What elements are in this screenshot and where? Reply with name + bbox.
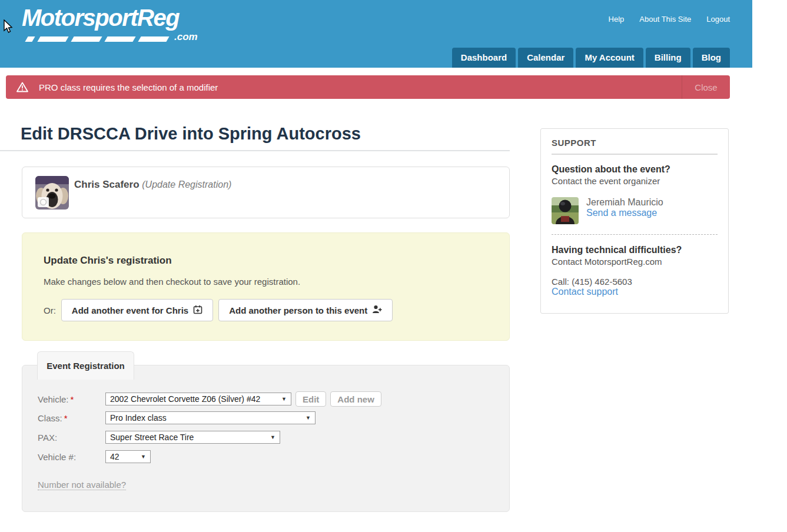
support-phone: Call: (415) 462-5603: [552, 277, 718, 287]
error-banner: PRO class requires the selection of a mo…: [6, 75, 730, 99]
title-divider: [0, 150, 510, 151]
organizer-name: Jeremiah Mauricio: [586, 197, 663, 208]
number-not-available-link[interactable]: Number not available?: [38, 480, 126, 490]
registrant-card: Chris Scafero (Update Registration): [22, 167, 510, 218]
pax-label: PAX:: [38, 433, 105, 443]
update-registration-box: Update Chris's registration Make changes…: [22, 232, 510, 341]
add-new-vehicle-button[interactable]: Add new: [330, 391, 381, 407]
tab-dashboard[interactable]: Dashboard: [452, 48, 516, 68]
question-heading: Question about the event?: [552, 164, 718, 175]
required-marker: *: [71, 394, 74, 404]
event-registration-panel: Vehicle:* 2002 Chevrolet Corvette Z06 (S…: [22, 365, 510, 512]
warning-icon: [16, 82, 28, 92]
vehicle-label: Vehicle:*: [38, 394, 105, 404]
dashed-divider: [552, 234, 718, 235]
tab-my-account[interactable]: My Account: [576, 48, 643, 68]
help-link[interactable]: Help: [609, 15, 625, 24]
chevron-down-icon: ▼: [141, 454, 146, 460]
update-instructions: Make changes below and then checkout to …: [44, 277, 300, 287]
tab-event-registration[interactable]: Event Registration: [37, 351, 134, 380]
tab-billing[interactable]: Billing: [646, 48, 690, 68]
main-nav: Dashboard Calendar My Account Billing Bl…: [452, 48, 730, 68]
motorsportreg-logo[interactable]: MotorsportReg .com: [22, 6, 198, 42]
mouse-cursor-icon: [4, 19, 14, 34]
organizer-avatar: [552, 197, 579, 224]
support-panel: SUPPORT Question about the event? Contac…: [540, 128, 729, 314]
add-person-button[interactable]: Add another person to this event: [218, 299, 393, 321]
about-link[interactable]: About This Site: [639, 15, 691, 24]
logo-stripes-icon: .com: [26, 32, 198, 42]
utility-nav: Help About This Site Logout: [609, 15, 730, 24]
registrant-name: Chris Scafero: [74, 179, 140, 190]
logout-link[interactable]: Logout: [706, 15, 730, 24]
vehicle-number-label: Vehicle #:: [38, 452, 105, 462]
user-plus-icon: [372, 305, 382, 315]
calendar-plus-icon: [193, 305, 202, 316]
logo-tld: .com: [174, 32, 198, 42]
chevron-down-icon: ▼: [270, 434, 275, 440]
close-button[interactable]: Close: [682, 75, 730, 99]
required-marker: *: [64, 413, 68, 423]
registrant-avatar[interactable]: [35, 176, 69, 210]
class-select[interactable]: Pro Index class ▼: [105, 411, 316, 424]
vehicle-select[interactable]: 2002 Chevrolet Corvette Z06 (Silver) #42…: [105, 393, 291, 405]
or-label: Or:: [44, 305, 56, 315]
update-heading: Update Chris's registration: [44, 255, 172, 267]
tab-blog[interactable]: Blog: [693, 48, 730, 68]
question-body: Contact the event organizer: [552, 176, 718, 186]
error-message: PRO class requires the selection of a mo…: [39, 82, 682, 92]
contact-support-link[interactable]: Contact support: [552, 287, 618, 297]
tab-calendar[interactable]: Calendar: [518, 48, 573, 68]
support-divider: [552, 154, 718, 155]
pax-select[interactable]: Super Street Race Tire ▼: [105, 431, 280, 444]
tech-heading: Having technical difficulties?: [552, 245, 718, 255]
send-message-link[interactable]: Send a message: [586, 208, 657, 218]
vehicle-number-select[interactable]: 42 ▼: [105, 450, 151, 463]
tech-body: Contact MotorsportReg.com: [552, 257, 718, 267]
chevron-down-icon: ▼: [281, 396, 287, 402]
page-title: Edit DRSCCA Drive into Spring Autocross: [21, 124, 361, 144]
class-label: Class:*: [38, 413, 105, 423]
registration-status: (Update Registration): [142, 179, 231, 189]
add-event-button[interactable]: Add another event for Chris: [61, 299, 213, 321]
site-header: MotorsportReg .com Help About This Site …: [0, 0, 752, 68]
organizer-row: Jeremiah Mauricio Send a message: [552, 197, 718, 224]
logo-wordmark: MotorsportReg: [22, 6, 198, 29]
support-title: SUPPORT: [552, 138, 718, 148]
edit-vehicle-button[interactable]: Edit: [295, 391, 326, 407]
chevron-down-icon: ▼: [305, 415, 311, 421]
